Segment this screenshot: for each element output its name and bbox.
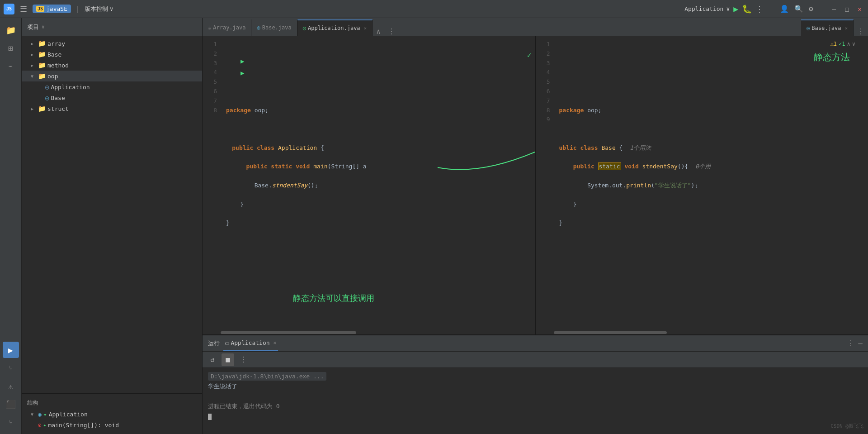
tree-item-base-java[interactable]: ◎ Base [22, 92, 202, 103]
vcs-dropdown-icon: ∨ [110, 5, 113, 12]
minimize-button[interactable]: — [830, 5, 839, 13]
restart-button[interactable]: ↺ [206, 353, 219, 366]
run-panel-header: 运行 ▭ Application ✕ ⋮ — [203, 335, 868, 352]
structure-application[interactable]: ▼ ◉ ✦ Application [22, 409, 202, 420]
run-options-button[interactable]: ⋮ [237, 353, 250, 366]
run-button[interactable]: ▶ [733, 4, 738, 14]
terminal-button[interactable]: ⬛ [3, 396, 19, 412]
tree-item-application[interactable]: ◎ Application [22, 81, 202, 92]
brace-open-3: { [317, 144, 324, 151]
run-panel-button[interactable]: ▶ [3, 342, 19, 358]
checkmark-indicator: ✓ [477, 40, 531, 70]
run-tab-label: Application [231, 339, 269, 346]
stndent-method: stndentSay [642, 163, 678, 170]
tree-item-struct[interactable]: ▶ 📁 struct [22, 103, 202, 114]
right-code-area[interactable]: 1 2 3 4 5 6 7 8 9 ⚠1 ✓1 [536, 36, 868, 331]
tab-array[interactable]: ☕ Array.java [203, 19, 251, 36]
params-r4: (){ [678, 163, 695, 170]
tree-item-oop[interactable]: ▼ 📁 oop [22, 71, 202, 81]
hamburger-menu[interactable]: ☰ [18, 4, 29, 14]
folder-icon-struct: 📁 [38, 105, 46, 112]
tree-item-array[interactable]: ▶ 📁 array [22, 38, 202, 49]
tree-arrow-base: ▶ [31, 52, 36, 57]
more-tools-button[interactable]: ⋯ [3, 58, 19, 74]
run-exit-line: 进程已结束，退出代码为 0 [208, 401, 863, 411]
run-config[interactable]: Application ∨ [684, 5, 730, 12]
more-actions[interactable]: ⋮ [755, 4, 764, 14]
search-icon[interactable]: 🔍 [794, 5, 803, 13]
panel-minimize-icon[interactable]: — [858, 339, 863, 348]
close-button[interactable]: ✕ [855, 5, 864, 13]
static-highlighted: static [598, 162, 621, 170]
tab-application-label: Application.java [308, 25, 360, 31]
call-end: (); [307, 182, 318, 189]
usage-comment-r4: 0个用 [695, 163, 711, 170]
tree-arrow-struct: ▶ [31, 106, 36, 111]
icon-bar: 📁 ⊞ ⋯ ▶ ⑂ ⚠ ⬛ ⑂ [0, 18, 22, 434]
problems-button[interactable]: ⚠ [3, 378, 19, 394]
sidebar-title: 项目 [27, 23, 39, 31]
git2-button[interactable]: ⑂ [3, 414, 19, 430]
right-code-content[interactable]: ⚠1 ✓1 ∧ ∨ 静态方法 package oop; ublic class … [554, 36, 868, 331]
right-scrollbar-thumb[interactable] [554, 331, 667, 334]
project-view-button[interactable]: 📁 [3, 22, 19, 38]
maximize-button[interactable]: □ [842, 5, 851, 13]
run-arrow-3: ▶ [241, 56, 244, 66]
settings-icon[interactable]: ⚙ [809, 5, 813, 13]
project-selector[interactable]: JS javaSE [33, 5, 71, 13]
tab-base-right[interactable]: ◎ Base.java ✕ [801, 19, 854, 36]
structure-main-method[interactable]: ⊙ ✦ main(String[]): void [22, 420, 202, 430]
left-scrollbar[interactable] [203, 331, 535, 334]
tree-item-base[interactable]: ▶ 📁 Base [22, 49, 202, 60]
debug-button[interactable]: 🐛 [742, 4, 752, 14]
run-arrow-inline4 [226, 164, 232, 170]
tree-label-struct: struct [47, 105, 69, 112]
usage-comment-r3: 1个用法 [630, 144, 651, 151]
tab-application-close[interactable]: ✕ [364, 25, 367, 31]
project-tree: ▶ 📁 array ▶ 📁 Base ▶ 📁 method ▼ 📁 oop ◎ [22, 36, 202, 393]
tab-application-icon: ◎ [303, 25, 306, 31]
public-kw-3: public [232, 144, 257, 151]
scroll-up[interactable]: ∧ [847, 40, 850, 48]
system-ref: System. [587, 182, 612, 189]
paren-r5: ( [651, 182, 655, 189]
left-scrollbar-thumb[interactable] [221, 331, 356, 334]
panel-more-icon[interactable]: ⋮ [847, 339, 854, 348]
folder-icon-base: 📁 [38, 51, 46, 58]
scroll-down[interactable]: ∨ [852, 40, 855, 48]
stop-button[interactable]: ■ [222, 353, 234, 366]
structure-title: 结构 [22, 397, 202, 409]
run-config-dropdown: ∨ [726, 5, 730, 12]
println-method: println [626, 182, 651, 189]
vcs-button[interactable]: 版本控制 ∨ [85, 5, 113, 13]
tree-label-base-java: Base [51, 95, 65, 101]
tab-base-right-icon: ◎ [807, 25, 810, 31]
warning-check-bar: ⚠1 ✓1 ∧ ∨ [830, 40, 855, 48]
project-type-icon: JS [36, 6, 44, 12]
git-button[interactable]: ⑂ [3, 360, 19, 376]
editor-area: ☕ Array.java ◎ Base.java ◎ Application.j… [203, 18, 868, 434]
tab-base-right-close[interactable]: ✕ [844, 25, 848, 31]
struct-app-label: Application [49, 411, 88, 418]
right-pane-options[interactable]: ⋮ [854, 27, 868, 36]
tree-item-method[interactable]: ▶ 📁 method [22, 60, 202, 71]
left-code-area[interactable]: 1 2 3 4 5 6 7 8 ✓ [203, 36, 535, 331]
titlebar: JS ☰ JS javaSE | 版本控制 ∨ Application ∨ ▶ … [0, 0, 868, 18]
tab-base-icon: ◎ [257, 24, 260, 31]
tab-options-button[interactable]: ⋮ [384, 27, 399, 36]
tab-more-button[interactable]: ∧ [373, 27, 384, 36]
run-cursor-line [208, 411, 863, 421]
structure-panel: 结构 ▼ ◉ ✦ Application ⊙ ✦ main(String[]):… [22, 393, 202, 434]
tab-application[interactable]: ◎ Application.java ✕ [297, 19, 373, 36]
annotation-static-method: 静态方法 [814, 50, 850, 64]
left-code-content[interactable]: ✓ ▶ ▶ package oop; public class Applicat… [221, 36, 535, 331]
run-tab-application[interactable]: ▭ Application ✕ [223, 335, 278, 351]
public-kw-4: public [232, 163, 271, 170]
class-name-3: Application [278, 144, 317, 151]
user-icon[interactable]: 👤 [780, 5, 789, 13]
right-scrollbar[interactable] [536, 331, 868, 334]
run-tab-close[interactable]: ✕ [274, 340, 277, 346]
tab-base[interactable]: ◎ Base.java [251, 19, 297, 36]
stndent-call: stndentSay [272, 182, 307, 189]
plugins-button[interactable]: ⊞ [3, 40, 19, 56]
